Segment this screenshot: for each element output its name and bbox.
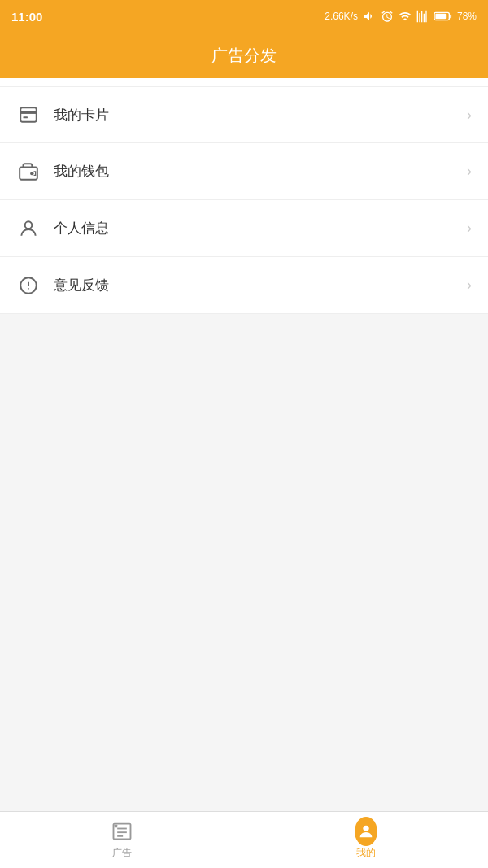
card-icon [16,103,41,127]
wifi-icon [399,10,412,23]
signal-icon [416,10,429,23]
nav-item-ads[interactable]: 广告 [0,813,244,866]
nav-label-ads: 广告 [112,846,132,860]
svg-rect-6 [20,167,37,179]
status-time: 11:00 [11,10,42,24]
svg-point-7 [30,172,33,175]
svg-rect-1 [435,14,446,19]
menu-list: 我的卡片 › 我的钱包 › 个人信息 › [0,86,488,314]
svg-rect-3 [20,107,37,121]
alarm-icon [381,10,394,23]
menu-label-my-card: 我的卡片 [54,106,467,124]
page-title: 广告分发 [211,45,277,67]
chevron-my-card: › [467,107,472,124]
svg-rect-2 [450,15,451,19]
status-speed: 2.66K/s [325,11,358,22]
menu-label-my-wallet: 我的钱包 [54,162,467,181]
menu-item-my-wallet[interactable]: 我的钱包 › [0,143,488,200]
menu-item-feedback[interactable]: 意见反馈 › [0,257,488,314]
menu-label-feedback: 意见反馈 [54,276,467,294]
ads-nav-icon [111,820,133,843]
bottom-nav: 广告 我的 [0,811,488,868]
content-area [0,314,488,811]
wallet-icon [16,159,41,184]
app-header: 广告分发 [0,33,488,78]
svg-point-17 [363,826,368,831]
menu-label-personal-info: 个人信息 [54,219,467,238]
menu-item-my-card[interactable]: 我的卡片 › [0,86,488,143]
chevron-personal-info: › [467,220,472,237]
nav-label-mine: 我的 [356,846,376,860]
chevron-my-wallet: › [467,163,472,180]
status-right: 2.66K/s 78% [325,10,477,23]
feedback-icon [16,273,41,298]
nav-item-mine[interactable]: 我的 [244,813,488,866]
battery-icon [434,11,452,22]
mine-nav-icon [355,820,377,843]
mute-icon [363,10,376,23]
svg-point-8 [25,221,33,229]
battery-percent: 78% [457,11,477,22]
menu-item-personal-info[interactable]: 个人信息 › [0,200,488,257]
svg-rect-4 [20,111,37,114]
status-bar: 11:00 2.66K/s 78% [0,0,488,33]
svg-point-11 [28,287,29,289]
svg-rect-5 [24,116,28,118]
svg-rect-16 [115,825,118,828]
chevron-feedback: › [467,277,472,294]
person-icon [16,216,41,241]
